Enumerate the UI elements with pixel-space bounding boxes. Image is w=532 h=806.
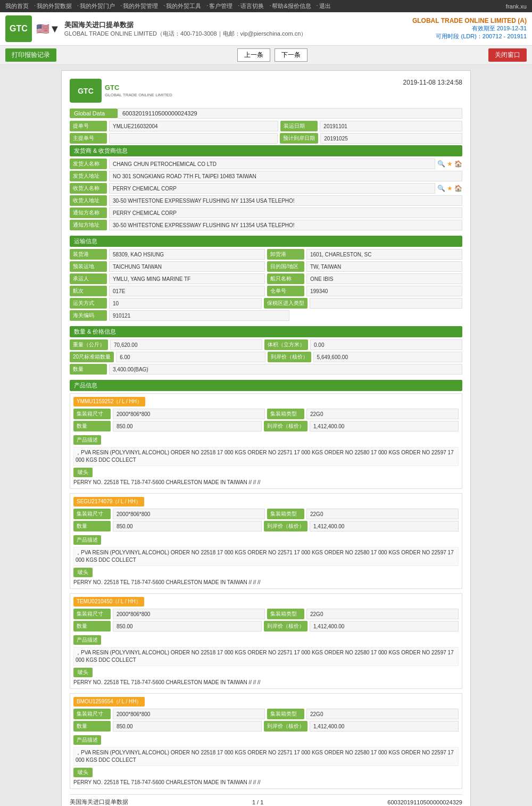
- header-left: GTC 🇺🇸▼ 美国海关进口提单数据 GLOBAL TRADE ONLINE L…: [5, 15, 306, 42]
- product-price-label: 到岸价（核价）: [264, 721, 307, 732]
- product-qty-label: 数量: [73, 621, 111, 631]
- product-price-value: 1,412,400.00: [310, 421, 459, 431]
- nav-home[interactable]: 我的首页: [5, 2, 29, 10]
- master-bill-row: 主提单号 预计到岸日期 20191025: [70, 133, 462, 144]
- tangou-button[interactable]: 唛头: [73, 668, 93, 677]
- print-button[interactable]: 打印报验记录: [5, 48, 56, 62]
- shipper-addr-value: NO 301 SONGKIANG ROAD 7TH FL TAIPEI 1048…: [109, 171, 462, 181]
- shipper-star-icon[interactable]: ★: [447, 160, 453, 168]
- consignee-home-icon[interactable]: 🏠: [454, 185, 462, 192]
- container-number: YMMU1159252（/ L / HH）: [73, 397, 145, 406]
- nav-logout[interactable]: 退出: [319, 2, 331, 10]
- container-type-value: 22G0: [306, 509, 459, 519]
- expire-date: 有效期至 2019-12-31: [412, 24, 527, 32]
- product-qty-value: 850.00: [113, 421, 262, 431]
- nav-trade-mgmt[interactable]: 我的外贸管理: [123, 2, 158, 10]
- container-type-value: 22G0: [306, 409, 459, 419]
- page-title: 美国海关进口提单数据: [64, 20, 307, 30]
- product-price-value: 1,412,400.00: [310, 721, 459, 732]
- product-desc-header: 产品描述: [73, 435, 101, 445]
- shipper-search-icon[interactable]: 🔍: [437, 160, 445, 168]
- shipper-name-value: CHANG CHUN PETROCHEMICAL CO LTD: [109, 159, 435, 169]
- ship-date-label: 装运日期: [280, 121, 318, 131]
- consignee-name-label: 收货人名称: [70, 183, 107, 194]
- carrier-value: YMLU, YANG MING MARINE TF: [109, 273, 265, 284]
- product-qty-row: 数量 850.00 到岸价（核价） 1,412,400.00: [73, 621, 459, 631]
- document-container: GTC GTC GLOBAL TRADE ONLINE LIMITED 2019…: [61, 70, 471, 806]
- nav-trade-data[interactable]: 我的外贸数据: [37, 2, 72, 10]
- doc-logo-text: GTC GLOBAL TRADE ONLINE LIMITED: [105, 84, 172, 98]
- container-number: TEMU0210450（/ L / HH）: [73, 597, 144, 606]
- discharge-port-value: 1601, CHARLESTON, SC: [306, 249, 462, 260]
- consignee-addr-label: 收货人地址: [70, 195, 107, 206]
- vessel-label: 船只名称: [267, 273, 304, 284]
- container-size-row: 集装箱尺寸 2000*806*800 集装箱类型 22G0: [73, 409, 459, 419]
- load-port-label: 装货港: [70, 249, 107, 260]
- product-desc-text: ，PVA RESIN (POLYVINYL ALCOHOL) ORDER NO …: [73, 647, 459, 666]
- container-type-value: 22G0: [306, 609, 459, 619]
- product-qty-row: 数量 850.00 到岸价（核价） 1,412,400.00: [73, 521, 459, 531]
- bond-type-value: [310, 298, 462, 309]
- warehouse-label: 仓单号: [267, 286, 304, 296]
- product-qty-row: 数量 850.00 到岸价（核价） 1,412,400.00: [73, 721, 459, 732]
- top-navigation: 我的首页 · 我的外贸数据 · 我的外贸门户 · 我的外贸管理 · 我的外贸工具…: [0, 0, 532, 12]
- customs-no-value: 910121: [109, 310, 289, 321]
- nav-trade-portal[interactable]: 我的外贸门户: [80, 2, 115, 10]
- container-number: SEGU2174079（/ L / HH）: [73, 497, 144, 506]
- global-data-value: 60032019110500000024329: [118, 108, 462, 119]
- consignee-search-icon[interactable]: 🔍: [437, 185, 445, 192]
- nav-customer-mgmt[interactable]: 客户管理: [209, 2, 232, 10]
- trade-mode-row: 运关方式 10 保税区进入类型: [70, 298, 462, 309]
- product-price-value: 1,412,400.00: [310, 621, 459, 631]
- shipper-addr-row: 发货人地址 NO 301 SONGKIANG ROAD 7TH FL TAIPE…: [70, 171, 462, 181]
- prev-button[interactable]: 上一条: [237, 48, 270, 62]
- pagination-page: 1 / 1: [252, 799, 263, 805]
- product-desc-header: 产品描述: [73, 535, 101, 545]
- close-button[interactable]: 关闭窗口: [488, 48, 527, 62]
- tangou-button[interactable]: 唛头: [73, 468, 93, 477]
- doc-logo-icon: GTC: [70, 79, 102, 103]
- main-content: GTC GTC GLOBAL TRADE ONLINE LIMITED 2019…: [0, 65, 532, 806]
- nav-trade-tools[interactable]: 我的外贸工具: [166, 2, 201, 10]
- pre-carrier-value: TAICHUNG TAIWAN: [109, 261, 265, 272]
- est-arrive-label: 预计到岸日期: [280, 133, 318, 144]
- destination-label: 目的国/地区: [267, 261, 304, 272]
- carrier-row: 承运人 YMLU, YANG MING MARINE TF 船只名称 ONE I…: [70, 273, 462, 284]
- next-button[interactable]: 下一条: [275, 48, 307, 62]
- shipper-section-header: 发货商 & 收货商信息: [70, 145, 462, 156]
- tangou-button[interactable]: 唛头: [73, 768, 93, 777]
- consignee-addr-row: 收货人地址 30-50 WHITESTONE EXPRESSWAY FLUSHI…: [70, 195, 462, 206]
- weight-value: 70,620.00: [110, 339, 262, 350]
- product-qty-value: 850.00: [113, 721, 262, 732]
- pagination-doc-id: 60032019110500000024329: [387, 799, 462, 805]
- nav-help[interactable]: 帮助&报价信息: [272, 2, 311, 10]
- global-data-label: Global Data: [70, 109, 118, 118]
- shipper-home-icon[interactable]: 🏠: [454, 160, 462, 168]
- nav-language[interactable]: 语言切换: [240, 2, 264, 10]
- notify-name-row: 通知方名称 PERRY CHEMICAL CORP: [70, 207, 462, 218]
- product-item: BMOU1259554（/ L / HH） 集装箱尺寸 2000*806*800…: [70, 693, 462, 789]
- bill-no-value: YMLUE216032004: [109, 121, 278, 131]
- doc-logo: GTC GTC GLOBAL TRADE ONLINE LIMITED: [70, 79, 172, 103]
- consignee-star-icon[interactable]: ★: [447, 185, 453, 192]
- product-price-label: 到岸价（核价）: [264, 521, 307, 531]
- container-type-label: 集装箱类型: [267, 409, 304, 419]
- products-list: YMMU1159252（/ L / HH） 集装箱尺寸 2000*806*800…: [70, 393, 462, 789]
- container-size-row: 集装箱尺寸 2000*806*800 集装箱类型 22G0: [73, 709, 459, 719]
- tangou-text: PERRY NO. 22518 TEL 718-747-5600 CHARLES…: [73, 779, 459, 785]
- container-size-value: 2000*806*800: [113, 409, 265, 419]
- price-section-header: 数量 & 价格信息: [70, 326, 462, 337]
- nav-links[interactable]: 我的首页 · 我的外贸数据 · 我的外贸门户 · 我的外贸管理 · 我的外贸工具…: [5, 2, 335, 10]
- tangou-button[interactable]: 唛头: [73, 568, 93, 577]
- ldr-info: 可用时段 (LDR)：200712 - 201911: [412, 32, 527, 40]
- container20-row: 20尺标准箱数量 6.00 到岸价（核价） 5,649,600.00: [70, 352, 462, 362]
- product-qty-value: 850.00: [113, 621, 262, 631]
- product-qty-label: 数量: [73, 721, 111, 732]
- voyage-row: 航次 017E 仓单号 199340: [70, 286, 462, 296]
- product-price-value: 1,412,400.00: [310, 521, 459, 531]
- container-type-label: 集装箱类型: [267, 709, 304, 719]
- flag-selector[interactable]: 🇺🇸▼: [36, 22, 60, 35]
- shipper-icons: 🔍 ★ 🏠: [437, 159, 462, 169]
- shipper-name-label: 发货人名称: [70, 159, 107, 169]
- voyage-label: 航次: [70, 286, 107, 296]
